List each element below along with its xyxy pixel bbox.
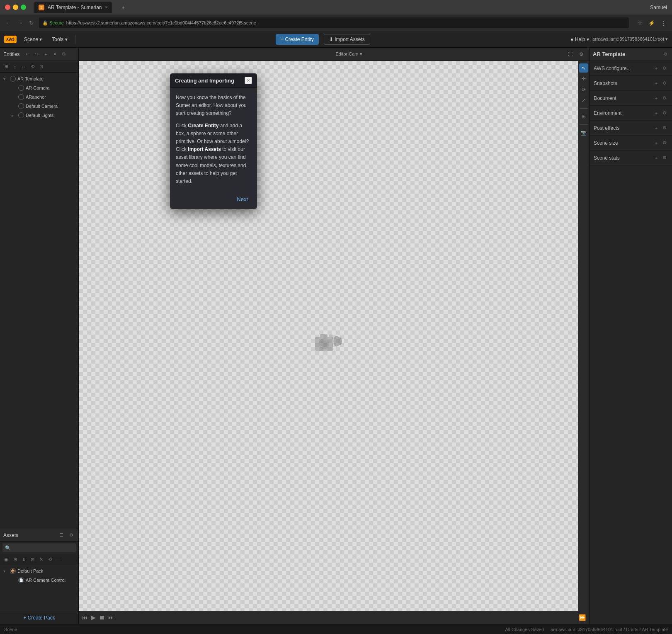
entity-item-default-lights[interactable]: ▸ Default Lights: [0, 111, 78, 120]
asset-script-icon: 📄: [18, 577, 24, 583]
add-icon-5[interactable]: +: [653, 125, 660, 131]
entity-label: AR Camera: [26, 85, 49, 90]
settings-icon-5[interactable]: ⚙: [661, 125, 668, 131]
entity-tool-2[interactable]: ↕: [11, 63, 19, 70]
settings-icon-7[interactable]: ⚙: [661, 155, 668, 161]
right-panel-item-icons-4: + ⚙: [653, 110, 668, 117]
redo-icon[interactable]: ↪: [33, 51, 40, 58]
select-tool-button[interactable]: ↖: [579, 63, 588, 73]
entity-tool-3[interactable]: ↔: [20, 63, 27, 70]
minimize-window-button[interactable]: [13, 5, 18, 10]
timeline-end-button[interactable]: ⏩: [579, 614, 586, 621]
add-icon-7[interactable]: +: [653, 155, 660, 161]
back-button[interactable]: ←: [4, 19, 12, 27]
import-assets-button[interactable]: ⬇ Import Assets: [324, 34, 370, 45]
scene-menu-button[interactable]: Scene ▾: [22, 35, 44, 44]
user-info[interactable]: arn:aws:iam::39170583664101:root ▾: [592, 36, 668, 42]
camera-dropdown[interactable]: Editor Cam ▾: [335, 51, 362, 57]
undo-icon[interactable]: ↩: [24, 51, 31, 58]
right-panel-item-scene-size[interactable]: Scene size + ⚙: [590, 136, 672, 151]
status-bar-right: All Changes Saved arn:aws:iam::391705836…: [505, 627, 668, 632]
play-button[interactable]: ▶: [91, 614, 96, 621]
entity-item-default-camera[interactable]: Default Camera: [0, 102, 78, 111]
right-panel-item-document[interactable]: Document + ⚙: [590, 91, 672, 106]
bookmark-icon[interactable]: ☆: [636, 18, 645, 27]
url-text[interactable]: https://us-west-2.sumerian.amazonaws.com…: [66, 20, 256, 25]
scale-tool-button[interactable]: ⤢: [579, 96, 588, 105]
translate-tool-button[interactable]: ✛: [579, 74, 588, 83]
assets-tool-6[interactable]: ⟲: [46, 556, 53, 563]
right-panel-item-snapshots[interactable]: Snapshots + ⚙: [590, 76, 672, 91]
settings-icon-6[interactable]: ⚙: [661, 140, 668, 146]
add-entity-icon[interactable]: +: [42, 51, 49, 58]
entity-item-ar-template[interactable]: ▾ AR Template: [0, 74, 78, 83]
create-pack-button[interactable]: + Create Pack: [23, 615, 55, 621]
tools-menu-button[interactable]: Tools ▾: [49, 35, 70, 44]
assets-tool-2[interactable]: ⊞: [11, 556, 19, 563]
right-panel-item-post-effects[interactable]: Post effects + ⚙: [590, 121, 672, 136]
modal-close-button[interactable]: ×: [245, 77, 252, 84]
asset-pack-item[interactable]: ▾ 📦 Default Pack: [0, 566, 78, 576]
browser-tab[interactable]: S AR Template - Sumerian ×: [34, 2, 112, 13]
modal-footer: Next: [170, 194, 257, 209]
asset-ar-camera-control[interactable]: 📄 AR Camera Control: [0, 576, 78, 585]
maximize-window-button[interactable]: [21, 5, 26, 10]
entity-tool-1[interactable]: ⊞: [2, 63, 10, 70]
viewport-checkerboard[interactable]: [79, 61, 578, 624]
add-icon-6[interactable]: +: [653, 140, 660, 146]
help-button[interactable]: ● Help ▾: [570, 36, 589, 42]
right-panel-item-environment[interactable]: Environment + ⚙: [590, 106, 672, 121]
assets-settings-icon[interactable]: ⚙: [68, 532, 75, 539]
close-window-button[interactable]: [5, 5, 10, 10]
browser-titlebar: S AR Template - Sumerian × + Samuel: [0, 0, 672, 15]
snap-tool-button[interactable]: ⊞: [579, 112, 588, 121]
fast-forward-button[interactable]: ⏭: [108, 614, 114, 621]
entity-item-ar-camera[interactable]: AR Camera: [0, 83, 78, 92]
rotate-tool-button[interactable]: ⟳: [579, 85, 588, 94]
assets-tool-5[interactable]: ✕: [37, 556, 45, 563]
menu-icon[interactable]: ⋮: [659, 18, 668, 27]
stop-button[interactable]: ⏹: [99, 614, 105, 621]
create-entity-button[interactable]: + Create Entity: [276, 34, 319, 45]
settings-icon-3[interactable]: ⚙: [661, 95, 668, 102]
extensions-icon[interactable]: ⚡: [647, 18, 656, 27]
add-icon-3[interactable]: +: [653, 95, 660, 102]
settings-icon[interactable]: ⚙: [60, 51, 68, 58]
assets-tool-3[interactable]: ⬇: [20, 556, 27, 563]
delete-entity-icon[interactable]: ✕: [51, 51, 58, 58]
add-icon-4[interactable]: +: [653, 110, 660, 117]
forward-button[interactable]: →: [16, 19, 24, 27]
refresh-button[interactable]: ↻: [27, 19, 36, 27]
add-icon-2[interactable]: +: [653, 80, 660, 87]
fullscreen-icon[interactable]: ⛶: [566, 50, 575, 59]
assets-tool-7[interactable]: —: [55, 556, 62, 563]
assets-view-toggle[interactable]: ☰: [58, 532, 65, 539]
modal-next-button[interactable]: Next: [233, 194, 251, 204]
right-panel-settings-icon[interactable]: ⚙: [662, 51, 669, 58]
right-panel-title: AR Template: [593, 51, 662, 57]
entity-tool-5[interactable]: ⊡: [37, 63, 45, 70]
settings-icon[interactable]: ⚙: [661, 65, 668, 72]
assets-content: ▾ 📦 Default Pack 📄 AR Camera Control: [0, 565, 78, 611]
add-icon[interactable]: +: [653, 65, 660, 72]
viewport-toolbar: Editor Cam ▾ ⛶ ⚙: [79, 48, 589, 61]
assets-tool-1[interactable]: ◉: [2, 556, 10, 563]
entity-item-aranchor[interactable]: ARanchor: [0, 92, 78, 102]
tab-close-button[interactable]: ×: [105, 5, 108, 10]
assets-search-input[interactable]: [2, 543, 76, 552]
right-panel-item-scene-stats[interactable]: Scene stats + ⚙: [590, 151, 672, 165]
snapshots-label: Snapshots: [594, 80, 650, 86]
scene-stats-label: Scene stats: [594, 155, 650, 161]
settings-icon-2[interactable]: ⚙: [661, 80, 668, 87]
rewind-button[interactable]: ⏮: [82, 614, 88, 621]
right-panel-item-aws[interactable]: AWS configure... + ⚙: [590, 61, 672, 76]
camera-tool-button[interactable]: 📷: [579, 128, 588, 137]
entities-panel-tools: ↩ ↪ + ✕ ⚙: [24, 51, 68, 58]
assets-tool-4[interactable]: ⊡: [29, 556, 36, 563]
address-bar[interactable]: 🔒 Secure https://us-west-2.sumerian.amaz…: [39, 17, 629, 28]
entity-tool-4[interactable]: ⟲: [29, 63, 36, 70]
settings-icon[interactable]: ⚙: [577, 50, 586, 59]
entity-camera-icon-2: [18, 103, 24, 109]
new-tab-button[interactable]: +: [117, 2, 129, 12]
settings-icon-4[interactable]: ⚙: [661, 110, 668, 117]
